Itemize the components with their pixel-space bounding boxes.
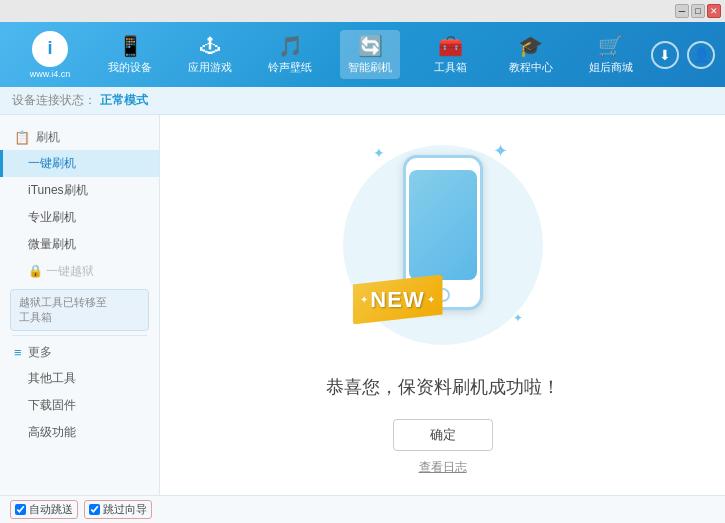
sparkle-2: ✦ [493,140,508,162]
logo-url: www.i4.cn [30,69,71,79]
logo-icon: i [32,31,68,67]
flash-section-icon: 📋 [14,130,30,145]
status-label: 设备连接状态： [12,92,96,109]
sidebar-item-pro[interactable]: 专业刷机 [0,204,159,231]
sidebar-section-flash: 📋 刷机 [0,125,159,150]
status-value: 正常模式 [100,92,148,109]
apps-games-icon: 🕹 [200,35,220,58]
sidebar: 📋 刷机 一键刷机 iTunes刷机 专业刷机 微量刷机 🔒 一键越狱 越狱工具… [0,115,160,495]
maximize-btn[interactable]: □ [691,4,705,18]
ringtone-icon: 🎵 [278,34,303,58]
title-bar: ─ □ ✕ [0,0,725,22]
tutorial-icon: 🎓 [518,34,543,58]
new-text: NEW [370,287,424,313]
checkbox-row: 自动跳送 跳过向导 [10,500,152,519]
star-left-icon: ✦ [360,294,368,305]
nav-ringtone[interactable]: 🎵 铃声壁纸 [260,30,320,79]
apps-games-label: 应用游戏 [188,60,232,75]
my-device-icon: 📱 [118,34,143,58]
more-section-icon: ≡ [14,345,22,360]
close-btn[interactable]: ✕ [707,4,721,18]
sparkle-1: ✦ [373,145,385,161]
store-label: 姐后商城 [589,60,633,75]
ringtone-label: 铃声壁纸 [268,60,312,75]
store-icon: 🛒 [598,34,623,58]
checkbox-skip-wizard[interactable]: 跳过向导 [84,500,152,519]
logo[interactable]: i www.i4.cn [10,31,90,79]
new-badge: ✦ NEW ✦ [353,275,443,325]
sidebar-item-other-tools[interactable]: 其他工具 [0,365,159,392]
nav-right: ⬇ 👤 [651,41,715,69]
sidebar-item-micro[interactable]: 微量刷机 [0,231,159,258]
sidebar-item-jailbreak: 🔒 一键越狱 [0,258,159,285]
back-link[interactable]: 查看日志 [419,459,467,476]
nav-toolbox[interactable]: 🧰 工具箱 [421,30,481,79]
skip-wizard-checkbox[interactable] [89,504,100,515]
content-area: ✦ ✦ ✦ ✦ NEW ✦ 恭喜您，保资料刷机成功啦！ 确定 查看日志 [160,115,725,495]
sparkle-3: ✦ [513,311,523,325]
nav-apps-games[interactable]: 🕹 应用游戏 [180,31,240,79]
sidebar-item-itunes[interactable]: iTunes刷机 [0,177,159,204]
phone-screen [409,170,477,280]
user-btn[interactable]: 👤 [687,41,715,69]
nav-items: 📱 我的设备 🕹 应用游戏 🎵 铃声壁纸 🔄 智能刷机 🧰 工具箱 🎓 教程中心… [90,30,651,79]
toolbox-icon: 🧰 [438,34,463,58]
bottom-device-section: 自动跳送 跳过向导 📱 iPhone 12 mini 64GB Down-12m… [0,495,725,523]
sidebar-item-advanced[interactable]: 高级功能 [0,419,159,446]
confirm-button[interactable]: 确定 [393,419,493,451]
success-text: 恭喜您，保资料刷机成功啦！ [326,375,560,399]
status-bar: 设备连接状态： 正常模式 [0,87,725,115]
toolbox-label: 工具箱 [434,60,467,75]
nav-store[interactable]: 🛒 姐后商城 [581,30,641,79]
nav-my-device[interactable]: 📱 我的设备 [100,30,160,79]
smart-flash-label: 智能刷机 [348,60,392,75]
sidebar-section-more: ≡ 更多 [0,340,159,365]
flash-section-label: 刷机 [36,129,60,146]
main-layout: 📋 刷机 一键刷机 iTunes刷机 专业刷机 微量刷机 🔒 一键越狱 越狱工具… [0,115,725,495]
more-section-label: 更多 [28,344,52,361]
sidebar-item-onekey[interactable]: 一键刷机 [0,150,159,177]
minimize-btn[interactable]: ─ [675,4,689,18]
new-ribbon: ✦ NEW ✦ [353,275,443,325]
phone-illustration: ✦ ✦ ✦ ✦ NEW ✦ [333,135,553,355]
star-right-icon: ✦ [427,294,435,305]
nav-tutorial[interactable]: 🎓 教程中心 [501,30,561,79]
sidebar-jailbreak-info: 越狱工具已转移至 工具箱 [10,289,149,331]
download-btn[interactable]: ⬇ [651,41,679,69]
nav-smart-flash[interactable]: 🔄 智能刷机 [340,30,400,79]
tutorial-label: 教程中心 [509,60,553,75]
top-nav: i www.i4.cn 📱 我的设备 🕹 应用游戏 🎵 铃声壁纸 🔄 智能刷机 … [0,22,725,87]
sidebar-item-download-fw[interactable]: 下载固件 [0,392,159,419]
smart-flash-icon: 🔄 [358,34,383,58]
my-device-label: 我的设备 [108,60,152,75]
auto-push-checkbox[interactable] [15,504,26,515]
sidebar-divider [12,335,147,336]
checkbox-auto-push[interactable]: 自动跳送 [10,500,78,519]
